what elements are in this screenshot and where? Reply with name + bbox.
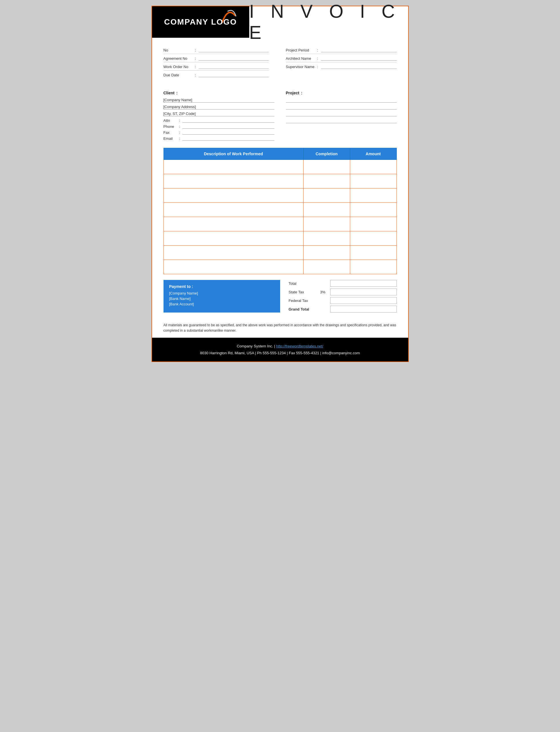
th-amount: Amount <box>350 148 396 160</box>
info-row-no: No : <box>164 46 269 54</box>
work-table: Description of Work Performed Completion… <box>164 148 397 274</box>
info-label-project-period: Project Period <box>286 48 317 52</box>
table-cell-description <box>164 260 303 274</box>
info-row-supervisor: Supervisor Name : <box>286 63 397 70</box>
client-email-colon: : <box>179 136 180 141</box>
total-row: Total <box>289 280 397 287</box>
payment-bank-name: [Bank Name] <box>169 297 274 301</box>
table-cell-amount <box>350 231 396 246</box>
invoice-title: I N V O I C E <box>249 1 408 43</box>
state-tax-value <box>330 289 397 295</box>
client-colon: : <box>176 91 178 95</box>
info-left: No : Agreement No : Work Order No : Due … <box>164 46 280 79</box>
table-cell-completion <box>303 246 350 260</box>
payment-to-label: Payment to : <box>169 284 274 289</box>
info-colon-workorder: : <box>195 65 196 69</box>
client-attn-colon: : <box>179 118 180 123</box>
table-row <box>164 188 396 203</box>
state-tax-rate: 3% <box>320 290 327 294</box>
info-row-architect: Architect Name : <box>286 55 397 62</box>
client-fax-value <box>182 130 274 135</box>
table-row <box>164 160 396 174</box>
grand-total-row: Grand Total <box>289 306 397 313</box>
th-description: Description of Work Performed <box>164 148 303 160</box>
grand-total-value <box>330 306 397 313</box>
client-phone-row: Phone : <box>164 124 274 129</box>
info-label-supervisor: Supervisor Name <box>286 65 317 69</box>
payment-section: Payment to : [Company Name] [Bank Name] … <box>152 280 408 313</box>
info-value-agreement <box>199 56 268 61</box>
info-row-duedate: Due Date : <box>164 71 269 79</box>
payment-company-name: [Company Name] <box>169 291 274 295</box>
table-cell-description <box>164 160 303 174</box>
table-cell-description <box>164 246 303 260</box>
footer-line2: 8030 Harrington Rd, Miami, USA | Ph 555-… <box>158 350 402 356</box>
info-colon-duedate: : <box>195 73 196 77</box>
disclaimer-text: All materials are guaranteed to be as sp… <box>164 323 397 333</box>
table-cell-completion <box>303 203 350 217</box>
table-row <box>164 174 396 188</box>
logo-block: COMPANY LOGO <box>152 6 249 38</box>
total-value <box>330 280 397 287</box>
client-fax-colon: : <box>179 130 180 135</box>
table-row <box>164 260 396 274</box>
payment-bank-account: [Bank Account] <box>169 302 274 306</box>
totals-block: Total State Tax 3% Federal Tax Grand Tot… <box>289 280 397 313</box>
table-row <box>164 231 396 246</box>
info-value-architect <box>321 56 396 61</box>
info-colon-agreement: : <box>195 56 196 61</box>
info-right: Project Period : Architect Name : Superv… <box>280 46 397 79</box>
info-row-project-period: Project Period : <box>286 46 397 54</box>
info-label-agreement: Agreement No <box>164 56 195 61</box>
table-cell-amount <box>350 260 396 274</box>
info-value-project-period <box>321 48 396 52</box>
logo-text: COMPANY LOGO <box>164 17 237 27</box>
client-block: Client : [Company Name] [Company Address… <box>164 91 274 142</box>
state-tax-row: State Tax 3% <box>289 289 397 295</box>
project-line-4 <box>286 118 397 123</box>
table-cell-amount <box>350 217 396 231</box>
grand-total-label: Grand Total <box>289 307 317 311</box>
federal-tax-label: Federal Tax <box>289 299 317 303</box>
th-completion: Completion <box>303 148 350 160</box>
header: COMPANY LOGO I N V O I C E <box>152 6 408 38</box>
project-line-3 <box>286 111 397 116</box>
federal-tax-value <box>330 297 397 304</box>
client-header: Client : <box>164 91 274 95</box>
table-cell-amount <box>350 174 396 188</box>
info-colon-supervisor: : <box>317 65 318 69</box>
info-label-duedate: Due Date <box>164 73 195 77</box>
info-row-workorder: Work Order No : <box>164 63 269 71</box>
table-body <box>164 160 396 274</box>
info-value-no <box>199 48 268 52</box>
info-label-no: No <box>164 48 195 52</box>
project-line-1 <box>286 98 397 103</box>
table-cell-amount <box>350 203 396 217</box>
table-cell-amount <box>350 160 396 174</box>
client-company-name: [Company Name] <box>164 98 274 103</box>
client-phone-colon: : <box>179 124 180 129</box>
payment-block: Payment to : [Company Name] [Bank Name] … <box>164 280 280 313</box>
info-section: No : Agreement No : Work Order No : Due … <box>152 38 408 85</box>
project-block: Project : <box>286 91 397 142</box>
federal-tax-row: Federal Tax <box>289 297 397 304</box>
project-colon: : <box>301 91 302 95</box>
info-label-workorder: Work Order No <box>164 65 195 69</box>
client-email-label: Email <box>164 136 179 141</box>
info-value-workorder <box>199 64 268 69</box>
info-colon-architect: : <box>317 56 318 61</box>
table-cell-completion <box>303 188 350 203</box>
footer-website[interactable]: http://freewordtemplates.net/ <box>276 344 323 348</box>
table-cell-completion <box>303 160 350 174</box>
client-phone-label: Phone <box>164 124 179 129</box>
table-section: Description of Work Performed Completion… <box>152 148 408 274</box>
info-colon-project-period: : <box>317 48 318 52</box>
info-label-architect: Architect Name <box>286 56 317 61</box>
info-row-agreement: Agreement No : <box>164 55 269 62</box>
table-cell-description <box>164 188 303 203</box>
client-attn-label: Attn <box>164 118 179 123</box>
client-city-zip: [City, ST, ZIP Code] <box>164 111 274 116</box>
table-row <box>164 217 396 231</box>
footer: Company System Inc. | http://freewordtem… <box>152 338 408 361</box>
table-cell-completion <box>303 260 350 274</box>
